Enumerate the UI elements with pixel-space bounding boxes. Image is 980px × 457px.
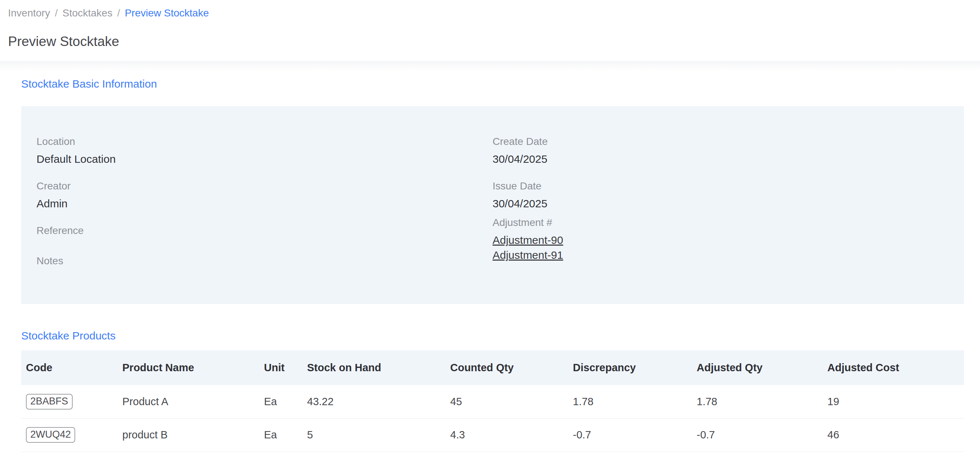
cell-discrepancy: -0.7 — [568, 418, 692, 452]
cell-adjusted-cost: 19 — [822, 385, 964, 418]
breadcrumb-separator: / — [117, 7, 120, 19]
field-issue-date-label: Issue Date — [493, 179, 948, 193]
column-header-stock-on-hand: Stock on Hand — [302, 351, 445, 385]
field-create-date-value: 30/04/2025 — [493, 151, 948, 167]
main-content: Stocktake Basic Information Location Def… — [0, 78, 980, 452]
field-reference-value — [37, 241, 493, 242]
basic-information-panel: Location Default Location Creator Admin … — [21, 106, 964, 304]
cell-counted-qty: 45 — [445, 385, 568, 418]
field-reference-label: Reference — [37, 224, 493, 238]
breadcrumb-item-stocktakes[interactable]: Stocktakes — [62, 7, 113, 19]
column-header-adjusted-cost: Adjusted Cost — [822, 351, 964, 385]
cell-product-name: product B — [118, 418, 259, 452]
field-creator-label: Creator — [37, 179, 493, 193]
column-header-unit: Unit — [259, 351, 302, 385]
cell-unit: Ea — [259, 385, 302, 418]
section-heading-basic-information: Stocktake Basic Information — [21, 78, 964, 90]
field-location: Location Default Location — [37, 135, 493, 167]
breadcrumb-separator: / — [55, 7, 58, 19]
field-issue-date-value: 30/04/2025 — [493, 196, 948, 211]
cell-code: 2WUQ42 — [21, 418, 118, 452]
cell-stock-on-hand: 43.22 — [302, 385, 445, 418]
breadcrumb: Inventory / Stocktakes / Preview Stockta… — [8, 7, 972, 19]
basic-information-left-column: Location Default Location Creator Admin … — [37, 135, 493, 284]
product-code-tag: 2WUQ42 — [26, 427, 75, 443]
column-header-discrepancy: Discrepancy — [568, 351, 692, 385]
cell-code: 2BABFS — [21, 385, 118, 418]
field-adjustment-number-value: Adjustment-90 Adjustment-91 — [493, 233, 948, 262]
field-location-label: Location — [37, 135, 493, 149]
field-location-value: Default Location — [37, 151, 493, 167]
breadcrumb-item-inventory[interactable]: Inventory — [8, 7, 50, 19]
adjustment-90-link[interactable]: Adjustment-90 — [493, 233, 563, 248]
field-issue-date: Issue Date 30/04/2025 — [493, 179, 948, 211]
cell-adjusted-qty: 1.78 — [692, 385, 822, 418]
cell-adjusted-qty: -0.7 — [692, 418, 822, 452]
cell-unit: Ea — [259, 418, 302, 452]
column-header-product-name: Product Name — [118, 351, 259, 385]
field-creator: Creator Admin — [37, 179, 493, 211]
cell-adjusted-cost: 46 — [822, 418, 964, 452]
table-header-row: Code Product Name Unit Stock on Hand Cou… — [21, 351, 964, 385]
cell-counted-qty: 4.3 — [445, 418, 568, 452]
column-header-adjusted-qty: Adjusted Qty — [692, 351, 822, 385]
table-row: 2BABFS Product A Ea 43.22 45 1.78 1.78 1… — [21, 385, 964, 418]
field-create-date: Create Date 30/04/2025 — [493, 135, 948, 167]
field-adjustment-number-label: Adjustment # — [493, 216, 948, 230]
field-creator-value: Admin — [37, 196, 493, 211]
field-reference: Reference — [37, 224, 493, 242]
product-code-tag: 2BABFS — [26, 394, 73, 409]
stocktake-products-table: Code Product Name Unit Stock on Hand Cou… — [21, 351, 964, 452]
cell-product-name: Product A — [118, 385, 259, 418]
cell-stock-on-hand: 5 — [302, 418, 445, 452]
field-notes: Notes — [37, 254, 493, 272]
breadcrumb-item-preview-stocktake[interactable]: Preview Stocktake — [125, 7, 209, 19]
field-notes-value — [37, 271, 493, 272]
field-adjustment-number: Adjustment # Adjustment-90 Adjustment-91 — [493, 216, 948, 262]
field-create-date-label: Create Date — [493, 135, 948, 149]
page-header: Inventory / Stocktakes / Preview Stockta… — [0, 0, 980, 61]
section-heading-stocktake-products: Stocktake Products — [21, 329, 964, 343]
column-header-code: Code — [21, 351, 118, 385]
page-title: Preview Stocktake — [8, 33, 972, 50]
cell-discrepancy: 1.78 — [568, 385, 692, 418]
adjustment-91-link[interactable]: Adjustment-91 — [493, 248, 563, 262]
basic-information-right-column: Create Date 30/04/2025 Issue Date 30/04/… — [493, 135, 948, 284]
field-notes-label: Notes — [37, 254, 493, 268]
table-row: 2WUQ42 product B Ea 5 4.3 -0.7 -0.7 46 — [21, 418, 964, 452]
column-header-counted-qty: Counted Qty — [445, 351, 568, 385]
